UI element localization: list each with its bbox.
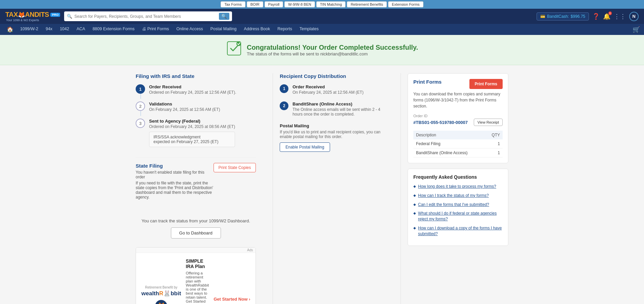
irs-note: IRS/SSA acknowledgment expected on Febru… [149,132,235,147]
order-id-row: #TBS01-055-519780-00007 View Receipt [413,119,503,126]
bandit-cash-icon: 💳 [540,14,545,19]
order-row-2-qty: 1 [486,148,503,158]
order-table-header-qty: QTY [486,131,503,139]
notifications-button[interactable]: 🔔 0 [603,13,610,20]
state-filing-note1: You haven't enabled state filing for thi… [136,170,214,179]
print-forms-section: Print Forms Print Forms You can download… [408,73,508,163]
bandit-cash: 💳 BanditCash: $996.75 [537,12,589,20]
topbar-tin[interactable]: TIN Matching [316,1,346,7]
ads-description: Offering a retirement plan with WealthRa… [186,271,209,304]
ads-title: SIMPLE IRA Plan [186,258,209,269]
timeline-circle-2: 2 [136,101,145,111]
logo-area: TAX🦊ANDITS PRO Your 1099 & W2 Experts [5,11,60,22]
home-icon[interactable]: 🏠 [4,24,16,35]
topbar-boir[interactable]: BOIR [247,1,263,7]
order-id-value: #TBS01-055-519780-00007 [413,120,468,125]
view-receipt-button[interactable]: View Receipt [474,119,503,126]
topbar-tax-forms[interactable]: Tax Forms [221,1,245,7]
avatar[interactable]: N [629,12,639,21]
nav-address-book[interactable]: Address Book [240,24,273,35]
nav-templates[interactable]: Templates [296,24,322,35]
topbar-payroll[interactable]: Payroll [265,1,283,7]
header-right: 💳 BanditCash: $996.75 ❓ 🔔 0 ⋮⋮ N [537,12,639,21]
faq-item-3: ◆ Can I edit the forms that I've submitt… [413,202,503,208]
order-row-1-qty: 1 [486,139,503,148]
nav-8809[interactable]: 8809 Extension Forms [89,24,138,35]
bandit-cash-label: BanditCash: [547,14,569,19]
faq-item-1: ◆ How long does it take to process my fo… [413,184,503,189]
faq-item-4: ◆ What should I do if federal or state a… [413,211,503,222]
notification-badge: 0 [608,11,612,15]
faq-link-2[interactable]: How can I track the status of my forms? [418,193,489,199]
postal-mailing-desc: If you'd like us to print and mail recip… [280,130,384,139]
recipient-step-title-2: BanditShare (Online Access) [292,101,384,106]
help-button[interactable]: ❓ [592,13,600,20]
success-subtitle: The status of the forms will be sent to … [247,51,418,56]
ads-label: Ads [136,248,256,253]
print-state-copies-button[interactable]: Print State Copies [214,163,256,172]
apps-button[interactable]: ⋮⋮ [614,13,626,20]
main-nav: 🏠 1099/W-2 94x 1042 ACA 8809 Extension F… [0,24,644,35]
order-id-label: Order ID [413,114,503,118]
topbar-extension[interactable]: Extension Forms [388,1,423,7]
faq-link-4[interactable]: What should I do if federal or state age… [418,211,503,222]
svg-text:🦊: 🦊 [157,302,166,304]
get-started-link[interactable]: Get Started Now › [214,297,250,302]
cart-icon[interactable]: 🛒 [633,26,640,33]
nav-online-access[interactable]: Online Access [173,24,206,35]
success-title: Congratulations! Your Order Completed Su… [247,44,418,51]
col-divider-2 [401,73,401,304]
faq-diamond-4: ◆ [413,211,416,215]
print-forms-button[interactable]: Print Forms [469,79,503,89]
timeline-title-3: Sent to Agency (Federal) [149,119,235,124]
recipient-section-title: Recipient Copy Distribution [280,73,384,79]
timeline-item-2: 2 Validations On February 24, 2025 at 12… [136,101,256,112]
timeline-sub-1: Ordered on February 24, 2025 at 12:56 AM… [149,90,236,95]
nav-postal-mailing[interactable]: Postal Mailing [207,24,240,35]
search-icon: 🔍 [67,14,72,19]
faq-diamond-1: ◆ [413,184,416,188]
state-filing-section: State Filing You haven't enabled state f… [136,157,256,206]
faq-item-5: ◆ How can I download a copy of the forms… [413,225,503,237]
table-row: Federal Filing 1 [413,139,503,148]
order-row-2-desc: BanditShare (Online Access) [413,148,486,158]
faq-link-5[interactable]: How can I download a copy of the forms I… [418,225,503,237]
topbar-retirement[interactable]: Retirement Benefits [347,1,387,7]
nav-94x[interactable]: 94x [42,24,56,35]
enable-postal-mailing-button[interactable]: Enable Postal Mailing [280,142,330,152]
nav-print-forms[interactable]: 🖨 Print Forms [139,24,173,35]
timeline-circle-1: 1 [136,84,145,94]
order-table-header-desc: Description [413,131,486,139]
recipient-section: Recipient Copy Distribution 1 Order Rece… [280,73,394,304]
success-text: Congratulations! Your Order Completed Su… [247,44,418,56]
nav-1042[interactable]: 1042 [56,24,73,35]
order-table: Description QTY Federal Filing 1 BanditS… [413,131,503,158]
print-forms-title: Print Forms [413,79,442,85]
timeline-sub-2: On February 24, 2025 at 12:56 AM (ET) [149,107,220,112]
top-bar: Tax Forms BOIR Payroll W-9/W-8 BEN TIN M… [0,0,644,9]
success-banner: Congratulations! Your Order Completed Su… [0,35,644,65]
bandit-cash-value: $996.75 [571,14,585,19]
recipient-step-title-1: Order Received [292,84,363,89]
faq-link-1[interactable]: How long does it take to process my form… [418,184,496,189]
faq-section: Frequently Asked Questions ◆ How long do… [408,169,508,246]
search-button[interactable]: 🔍 [219,13,229,20]
col-divider-1 [273,73,273,304]
search-input[interactable] [74,14,217,19]
faq-link-3[interactable]: Can I edit the forms that I've submitted… [418,202,489,208]
dashboard-cta: You can track the status from your 1099/… [136,213,256,244]
postal-mailing-title: Postal Mailing [280,123,384,128]
nav-aca[interactable]: ACA [73,24,89,35]
print-forms-description: You can download the form copies and sum… [413,91,503,109]
ads-logo: Retirement Benefit by wealthR🐰bbit 🦊 [141,286,181,304]
ads-section: Ads Retirement Benefit by wealthR🐰bbit 🦊 [136,247,256,304]
nav-reports[interactable]: Reports [274,24,295,35]
topbar-w9[interactable]: W-9/W-8 BEN [284,1,315,7]
logo-tagline: Your 1099 & W2 Experts [6,18,60,22]
dashboard-note: You can track the status from your 1099/… [141,218,250,223]
recipient-step-1: 1 Order Received On February 24, 2025 at… [280,84,384,95]
recipient-step-circle-1: 1 [280,84,288,93]
go-to-dashboard-button[interactable]: Go to Dashboard [171,227,221,238]
faq-diamond-2: ◆ [413,193,416,197]
nav-1099-w2[interactable]: 1099/W-2 [17,24,42,35]
